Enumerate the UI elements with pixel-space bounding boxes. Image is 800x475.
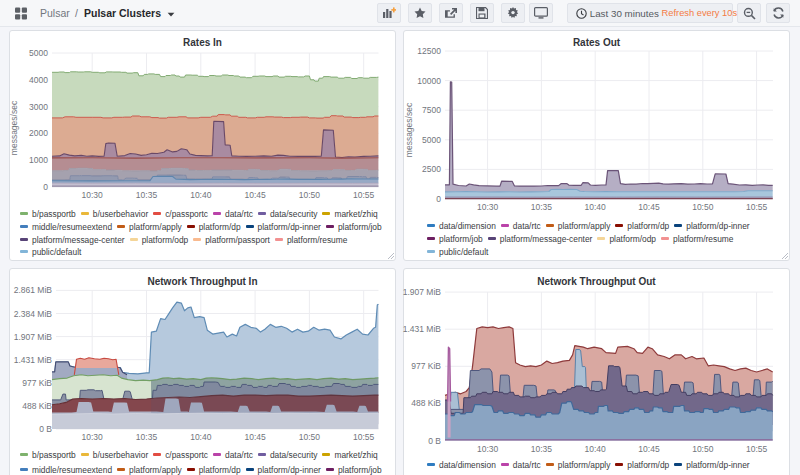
svg-text:2.384 MiB: 2.384 MiB [14,309,53,319]
svg-text:10:55: 10:55 [353,432,375,442]
svg-text:3000: 3000 [29,102,48,112]
svg-text:10:45: 10:45 [638,202,660,212]
svg-text:2000: 2000 [29,128,48,138]
svg-text:1.907 MiB: 1.907 MiB [403,287,442,297]
svg-text:10:50: 10:50 [299,190,321,200]
svg-text:5000: 5000 [422,135,441,145]
svg-text:messages/sec: messages/sec [9,100,19,155]
svg-text:messages/sec: messages/sec [404,102,414,157]
svg-text:Network Throughput Out: Network Throughput Out [537,276,656,287]
svg-text:488 KiB: 488 KiB [411,398,441,408]
svg-text:0 B: 0 B [39,424,52,434]
svg-text:10:55: 10:55 [353,190,375,200]
svg-text:0: 0 [436,194,441,204]
svg-text:Rates Out: Rates Out [573,37,621,48]
svg-text:1.431 MiB: 1.431 MiB [14,355,53,365]
svg-text:10:45: 10:45 [244,432,266,442]
svg-text:10:30: 10:30 [477,444,499,454]
svg-text:10:50: 10:50 [692,202,714,212]
svg-text:0: 0 [43,182,48,192]
svg-text:10:35: 10:35 [531,444,553,454]
svg-text:10:35: 10:35 [136,190,158,200]
svg-text:977 KiB: 977 KiB [22,378,52,388]
svg-text:977 KiB: 977 KiB [411,361,441,371]
svg-text:10:40: 10:40 [190,190,212,200]
svg-text:10:55: 10:55 [746,444,768,454]
svg-text:10:40: 10:40 [190,432,212,442]
svg-text:1.431 MiB: 1.431 MiB [403,324,442,334]
svg-text:10:45: 10:45 [244,190,266,200]
svg-text:1000: 1000 [29,155,48,165]
svg-text:10:30: 10:30 [477,202,499,212]
svg-text:Network Throughput In: Network Throughput In [148,276,258,287]
svg-text:12500: 12500 [417,46,441,56]
svg-text:10:40: 10:40 [585,202,607,212]
svg-text:10:30: 10:30 [82,190,104,200]
svg-text:10:50: 10:50 [692,444,714,454]
svg-text:0 B: 0 B [428,436,441,446]
svg-text:10:50: 10:50 [299,432,321,442]
svg-text:2500: 2500 [422,164,441,174]
svg-text:10:35: 10:35 [136,432,158,442]
svg-text:488 KiB: 488 KiB [22,401,52,411]
svg-text:2.861 MiB: 2.861 MiB [14,285,53,295]
svg-text:10:55: 10:55 [746,202,768,212]
svg-text:1.907 MiB: 1.907 MiB [14,332,53,342]
svg-text:7500: 7500 [422,105,441,115]
svg-text:10000: 10000 [417,76,441,86]
svg-text:4000: 4000 [29,75,48,85]
svg-text:10:35: 10:35 [531,202,553,212]
svg-text:10:30: 10:30 [82,432,104,442]
svg-text:Rates In: Rates In [183,37,222,48]
svg-text:10:45: 10:45 [638,444,660,454]
svg-text:5000: 5000 [29,48,48,58]
svg-text:10:40: 10:40 [585,444,607,454]
